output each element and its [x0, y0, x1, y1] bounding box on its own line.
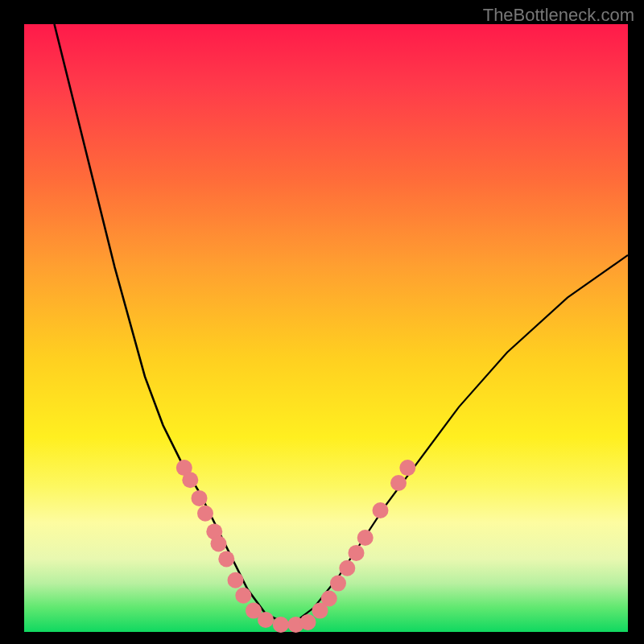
dot-left-13	[300, 614, 316, 630]
dot-right-2	[330, 576, 346, 592]
dot-right-7	[390, 475, 407, 491]
watermark-text: TheBottleneck.com	[483, 5, 634, 26]
dot-right-8	[399, 460, 415, 476]
dot-left-10	[258, 612, 274, 628]
dot-left-6	[218, 551, 234, 567]
dot-right-6	[373, 502, 389, 518]
curve-layer	[55, 24, 629, 626]
dot-left-8	[235, 588, 251, 604]
chart-svg	[0, 0, 644, 644]
dot-left-11	[273, 617, 289, 633]
dot-left-2	[192, 490, 208, 506]
dot-left-7	[228, 572, 244, 588]
dot-right-3	[339, 560, 355, 576]
dot-right-1	[321, 591, 337, 607]
dot-left-3	[197, 506, 213, 522]
left-curve	[55, 24, 291, 626]
dot-right-4	[349, 545, 365, 561]
highlight-dots-layer	[176, 460, 416, 633]
dot-left-1	[182, 472, 198, 488]
dot-right-5	[357, 530, 374, 546]
dot-left-5	[211, 536, 227, 552]
bottleneck-chart	[0, 0, 644, 644]
